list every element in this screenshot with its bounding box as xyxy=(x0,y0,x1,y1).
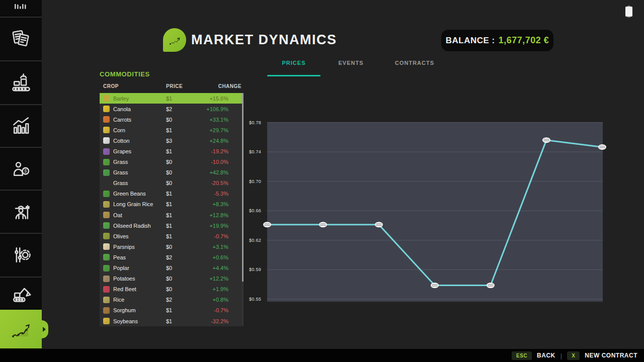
back-hint[interactable]: ESC BACK xyxy=(512,351,555,360)
commodity-row-grass[interactable]: Grass$0-10.0% xyxy=(100,157,242,167)
settings-icon xyxy=(10,244,32,266)
column-header-change: CHANGE xyxy=(218,83,242,89)
commodity-row-long-grain-rice[interactable]: Long Grain Rice$1+8.3% xyxy=(100,199,242,210)
hint-divider: | xyxy=(560,352,562,359)
long-grain-rice-icon xyxy=(103,201,110,208)
production-icon xyxy=(10,71,32,94)
oilseed-radish-icon xyxy=(103,222,110,229)
crop-name: Oilseed Radish xyxy=(113,223,151,229)
active-tab-underline xyxy=(267,75,320,76)
commodity-row-parsnips[interactable]: Parsnips$0+3.1% xyxy=(100,241,242,252)
crop-name: Rice xyxy=(113,297,124,303)
tab-prices[interactable]: PRICES xyxy=(267,60,320,68)
crop-change: +12.8% xyxy=(209,212,228,218)
crop-price: $0 xyxy=(166,265,172,271)
commodity-row-grapes[interactable]: Grapes$1-19.2% xyxy=(100,146,242,156)
crop-change: -10.0% xyxy=(211,159,228,165)
commodity-row-peas[interactable]: Peas$2+0.6% xyxy=(100,252,242,262)
balance-value: 1,677,702 € xyxy=(499,35,549,46)
crop-name: Barley xyxy=(113,96,129,102)
page-title: MARKET DYNAMICS xyxy=(191,32,337,48)
corn-icon xyxy=(103,127,110,133)
rice-icon xyxy=(103,297,110,303)
crop-change: -19.2% xyxy=(211,148,228,154)
crop-change: +106.9% xyxy=(206,106,228,112)
sidebar-item-farmer[interactable] xyxy=(0,190,42,232)
crop-name: Grass xyxy=(113,180,128,186)
grapes-icon xyxy=(103,148,110,155)
sidebar-item-sales[interactable]: $ xyxy=(0,147,42,189)
commodity-row-cotton[interactable]: Cotton$3+24.8% xyxy=(100,135,242,146)
commodity-row-sorghum[interactable]: Sorghum$1-0.7% xyxy=(100,305,242,316)
sidebar-item-market-dynamics-active[interactable] xyxy=(0,310,42,348)
olives-icon xyxy=(103,233,110,239)
commodities-section-title: COMMODITIES xyxy=(100,70,242,78)
top-cut-icon xyxy=(11,4,31,11)
tab-contracts[interactable]: CONTRACTS xyxy=(387,60,442,68)
y-axis-tick-label: $0.59 xyxy=(236,267,261,272)
sidebar-item-excavator[interactable] xyxy=(0,277,42,309)
data-point-marker-icon xyxy=(319,222,327,227)
new-contract-hint[interactable]: X NEW CONTRACT xyxy=(567,351,637,360)
excavator-icon xyxy=(10,283,32,305)
crop-change: +4.4% xyxy=(213,265,229,271)
grass-icon xyxy=(103,159,110,165)
commodity-row-olives[interactable]: Olives$1-0.7% xyxy=(100,231,242,241)
crop-change: +24.8% xyxy=(209,138,228,144)
crop-price: $2 xyxy=(166,297,172,303)
crop-name: Grass xyxy=(113,169,128,175)
crop-name: Long Grain Rice xyxy=(113,201,153,207)
commodity-row-oat[interactable]: Oat$1+12.8% xyxy=(100,210,242,220)
commodity-row-canola[interactable]: Canola$2+106.9% xyxy=(100,104,242,114)
crop-name: Green Beans xyxy=(113,191,146,197)
sidebar-item-documents[interactable] xyxy=(0,17,42,60)
crop-name: Grapes xyxy=(113,148,131,154)
crop-price: $1 xyxy=(166,96,172,102)
price-line-series xyxy=(267,140,602,286)
crop-name: Peas xyxy=(113,254,126,260)
sidebar-item-statistics[interactable] xyxy=(0,104,42,146)
commodity-row-grass[interactable]: Grass$0+42.8% xyxy=(100,167,242,178)
crop-name: Sorghum xyxy=(113,307,136,313)
commodity-row-soybeans[interactable]: Soybeans$1-32.2% xyxy=(100,316,242,326)
tab-events[interactable]: EVENTS xyxy=(327,60,375,68)
commodity-row-rice[interactable]: Rice$2+0.8% xyxy=(100,295,242,305)
poplar-icon xyxy=(103,265,110,272)
crop-name: Canola xyxy=(113,106,131,112)
crop-change: -20.5% xyxy=(211,180,228,186)
crop-change: +42.8% xyxy=(209,169,228,175)
commodity-row-poplar[interactable]: Poplar$0+4.4% xyxy=(100,263,242,274)
commodity-row-corn[interactable]: Corn$1+29.7% xyxy=(100,125,242,135)
crop-change: +33.1% xyxy=(209,117,228,123)
y-axis-tick-label: $0.66 xyxy=(236,208,261,213)
y-axis-tick-label: $0.70 xyxy=(236,179,261,184)
crop-name: Soybeans xyxy=(113,318,138,324)
crop-price: $2 xyxy=(166,254,172,260)
y-axis-tick-label: $0.55 xyxy=(236,297,261,302)
farmer-icon xyxy=(10,201,32,223)
sidebar-item-production[interactable] xyxy=(0,60,42,104)
data-point-marker-icon xyxy=(375,222,383,227)
commodities-column-headers: CROP PRICE CHANGE xyxy=(100,83,242,90)
canola-icon xyxy=(103,106,110,112)
crop-name: Corn xyxy=(113,127,125,133)
crop-price: $1 xyxy=(166,127,172,133)
crop-change: +19.9% xyxy=(209,223,228,229)
commodity-row-potatoes[interactable]: Potatoes$0+12.2% xyxy=(100,274,242,284)
sidebar-item-top-cut[interactable] xyxy=(0,0,42,15)
commodity-row-oilseed-radish[interactable]: Oilseed Radish$1+19.9% xyxy=(100,220,242,231)
carrot-icon xyxy=(103,116,110,123)
commodity-row-carrots[interactable]: Carrots$0+33.1% xyxy=(100,114,242,125)
commodity-row-green-beans[interactable]: Green Beans$1-5.3% xyxy=(100,189,242,199)
commodity-row-barley[interactable]: Barley$1+15.6% xyxy=(100,93,242,104)
crop-price: $0 xyxy=(166,244,172,250)
crop-change: -5.3% xyxy=(214,191,228,197)
crop-price: $1 xyxy=(166,212,172,218)
sidebar-item-settings[interactable] xyxy=(0,233,42,276)
crop-name: Potatoes xyxy=(113,276,135,282)
commodity-row-red-beet[interactable]: Red Beet$0+1.9% xyxy=(100,284,242,295)
crop-name: Grass xyxy=(113,159,128,165)
footer-hint-bar: ESC BACK | X NEW CONTRACT xyxy=(0,349,644,362)
column-header-crop: CROP xyxy=(103,83,119,89)
commodity-row-grass[interactable]: Grass$0-20.5% xyxy=(100,178,242,189)
